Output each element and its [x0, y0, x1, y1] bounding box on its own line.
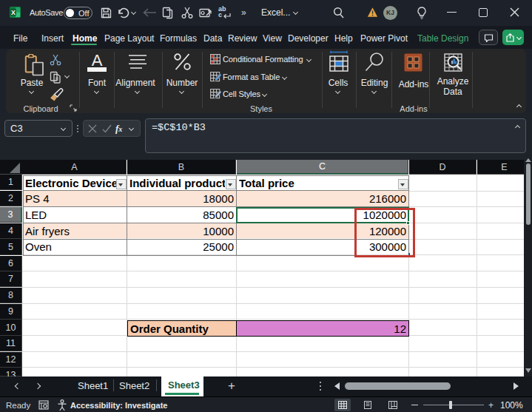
svg-text:X: X — [11, 9, 16, 16]
